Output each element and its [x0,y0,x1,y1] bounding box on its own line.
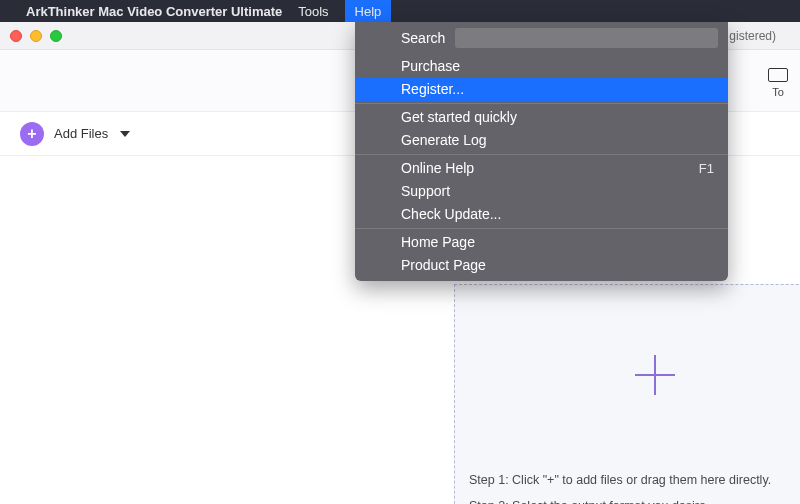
help-search-row: Search [355,22,728,55]
toolbox-icon [768,68,788,82]
toolbox-button[interactable]: To [768,68,788,98]
app-menu[interactable]: ArkThinker Mac Video Converter Ultimate [26,4,282,19]
add-files-plus-icon[interactable]: + [20,122,44,146]
menu-item-home-page[interactable]: Home Page [355,231,728,254]
registered-hint: gistered) [729,29,776,43]
menu-separator [355,228,728,229]
menu-item-get-started[interactable]: Get started quickly [355,106,728,129]
dropzone-step2: Step 2: Select the output format you des… [469,493,771,504]
dropzone-step1: Step 1: Click "+" to add files or drag t… [469,467,771,493]
add-files-dropdown-caret[interactable] [120,131,130,137]
menu-item-purchase[interactable]: Purchase [355,55,728,78]
window-traffic-lights [10,30,62,42]
mac-menubar: ArkThinker Mac Video Converter Ultimate … [0,0,800,22]
menu-separator [355,103,728,104]
help-search-input[interactable] [455,28,718,48]
menu-separator [355,154,728,155]
zoom-window-button[interactable] [50,30,62,42]
shortcut-label: F1 [699,159,714,178]
menu-help[interactable]: Help [345,0,392,22]
menu-item-online-help[interactable]: Online Help F1 [355,157,728,180]
help-search-label: Search [401,30,445,46]
menu-item-product-page[interactable]: Product Page [355,254,728,277]
menu-tools[interactable]: Tools [298,4,328,19]
dropzone-plus-icon [635,355,675,395]
minimize-window-button[interactable] [30,30,42,42]
menu-item-generate-log[interactable]: Generate Log [355,129,728,152]
menu-item-check-update[interactable]: Check Update... [355,203,728,226]
menu-item-register[interactable]: Register... [355,78,728,101]
toolbox-label: To [768,86,788,98]
menu-item-support[interactable]: Support [355,180,728,203]
dropzone-instructions: Step 1: Click "+" to add files or drag t… [469,467,771,504]
file-drop-zone[interactable]: Step 1: Click "+" to add files or drag t… [454,284,800,504]
add-files-label[interactable]: Add Files [54,126,108,141]
help-dropdown-menu: Search Purchase Register... Get started … [355,22,728,281]
close-window-button[interactable] [10,30,22,42]
